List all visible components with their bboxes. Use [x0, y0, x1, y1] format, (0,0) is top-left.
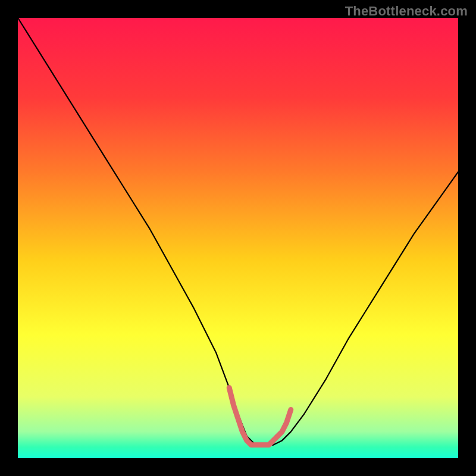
watermark-text: TheBottleneck.com [345, 4, 468, 19]
chart-frame: TheBottleneck.com [0, 0, 476, 476]
plot-area [18, 18, 458, 458]
curve-layer [18, 18, 458, 458]
plateau-highlight [229, 388, 291, 445]
bottleneck-curve [18, 18, 458, 445]
